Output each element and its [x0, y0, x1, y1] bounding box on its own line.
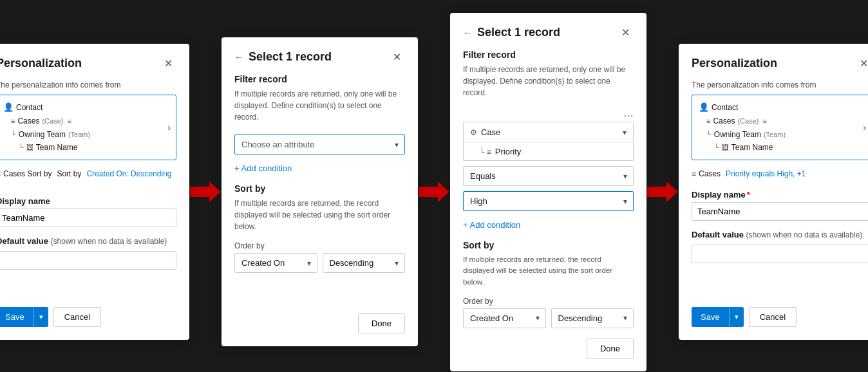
arrow-2 — [418, 181, 450, 202]
sort-by-title-2: Sort by — [463, 240, 634, 250]
case-tree-header[interactable]: ⚙ Case ▾ — [464, 122, 633, 143]
order-field-dropdown-1[interactable]: Created On — [234, 253, 317, 273]
tree-2: 👤 Contact ≡ Cases (Case) ≡ └ Owning Team… — [699, 100, 865, 154]
order-field-wrap-1: Created On ▾ — [234, 253, 317, 273]
default-value-label-2: Default value (shown when no data is ava… — [692, 230, 868, 239]
add-condition-label-1: + Add condition — [234, 163, 292, 173]
order-dir-dropdown-2[interactable]: Descending — [551, 308, 634, 328]
tree-owning-row: └ Owning Team (Team) — [11, 128, 169, 141]
dialog-close-2[interactable]: ✕ — [618, 26, 634, 39]
dialog-header-2: ← Select 1 record ✕ — [463, 26, 634, 39]
filter-desc-2: If multiple records are returned, only o… — [463, 64, 634, 98]
default-value-input-2[interactable] — [692, 245, 868, 263]
order-dir-dropdown-1[interactable]: Descending — [323, 253, 406, 273]
done-btn-wrap-2: Done — [463, 339, 634, 358]
case-node-label: Case — [481, 127, 500, 137]
filter-prefix-2: Cases — [699, 169, 721, 178]
list-icon-1: └ — [11, 129, 16, 141]
field-img-icon-2: 🖼 — [722, 142, 729, 154]
save-dropdown-2[interactable]: ▾ — [729, 307, 744, 327]
info-box-1: 👤 Contact ≡ Cases (Case) ≡ └ Owning Team… — [0, 95, 176, 160]
sort-by-desc-2: If multiple records are returned, the re… — [463, 254, 634, 288]
panel-title-1: Personalization — [0, 57, 82, 70]
info-box-2: 👤 Contact ≡ Cases (Case) ≡ └ Owning Team… — [692, 95, 868, 160]
contact-label: Contact — [16, 101, 42, 114]
dialog-header-1: ← Select 1 record ✕ — [234, 50, 405, 64]
svg-marker-2 — [647, 181, 678, 202]
chevron-right-1: › — [167, 122, 171, 133]
tree2-contact-row: 👤 Contact — [699, 100, 865, 115]
svg-marker-1 — [419, 181, 449, 202]
equals-dropdown[interactable]: Equals — [463, 166, 634, 186]
filter-link-2[interactable]: Priority equals High, +1 — [726, 169, 806, 178]
tree-contact-row: 👤 Contact — [3, 100, 169, 115]
cases-type-2: (Case) — [737, 115, 759, 127]
panel-title-2: Personalization — [692, 57, 777, 70]
add-condition-1[interactable]: + Add condition — [234, 163, 405, 173]
display-name-input-1[interactable] — [0, 209, 176, 227]
tree-cases-row: ≡ Cases (Case) ≡ — [11, 115, 169, 127]
person-icon: 👤 — [3, 100, 14, 115]
cancel-button-2[interactable]: Cancel — [749, 307, 797, 327]
case-tree-body: └ ≡ Priority — [464, 143, 633, 160]
field-img-icon: 🖼 — [26, 142, 33, 154]
owning-team-label: Owning Team — [19, 128, 66, 141]
default-value-hint-2: (shown when no data is available) — [746, 230, 863, 239]
order-field-dropdown-2[interactable]: Created On — [463, 308, 546, 328]
done-btn-wrap-1: Done — [234, 313, 405, 333]
dialog-title-1: Select 1 record — [249, 50, 332, 64]
done-button-2[interactable]: Done — [587, 339, 634, 358]
add-condition-2[interactable]: + Add condition — [463, 220, 634, 230]
close-button-1[interactable]: ✕ — [160, 57, 176, 70]
order-by-row-1: Created On ▾ Descending ▾ — [234, 253, 405, 278]
filter-desc-1: If multiple records are returned, only o… — [234, 88, 405, 123]
owning-team-label-2: Owning Team — [714, 128, 761, 141]
display-name-label-1: Display name — [0, 196, 176, 206]
arrow-1 — [189, 181, 222, 202]
required-star-2: * — [747, 190, 750, 200]
priority-list-icon: └ ≡ — [479, 147, 491, 156]
default-value-input-1[interactable] — [0, 251, 176, 270]
panel-header-2: Personalization ✕ — [692, 57, 868, 70]
case-tree-wrap: ⚙ Case ▾ └ ≡ Priority — [463, 122, 634, 161]
list-icon-2: └ — [706, 129, 712, 141]
save-dropdown-1[interactable]: ▾ — [33, 307, 48, 327]
dialog-panel-1: ← Select 1 record ✕ Filter record If mul… — [222, 37, 418, 346]
display-name-input-2[interactable] — [692, 202, 868, 221]
display-name-label-2: Display name* — [692, 190, 750, 200]
save-button-2[interactable]: Save — [692, 307, 729, 327]
filter-tag-2: ≡ Cases Priority equals High, +1 — [692, 167, 868, 181]
close-button-2[interactable]: ✕ — [856, 57, 868, 70]
tree-teamname-row: └ 🖼 Team Name — [19, 141, 169, 154]
more-options-icon-2[interactable]: … — [623, 107, 634, 118]
dialog-title-2: Select 1 record — [477, 26, 560, 39]
attr-dropdown-1[interactable]: Choose an attribute — [234, 135, 405, 154]
display-name-label-row-2: Display name* — [692, 190, 868, 200]
svg-marker-0 — [190, 181, 221, 202]
save-split-btn-2: Save ▾ — [692, 307, 744, 327]
personalization-panel-2: Personalization ✕ The personalization in… — [679, 44, 868, 340]
done-button-1[interactable]: Done — [358, 313, 405, 333]
btn-row-2: Save ▾ Cancel — [692, 297, 868, 327]
field-icon-1: └ — [19, 142, 24, 154]
high-dropdown[interactable]: High — [463, 191, 634, 211]
back-button-2[interactable]: ← — [463, 28, 472, 38]
filter-separator: Sort by — [57, 169, 81, 178]
team-name-label-2: Team Name — [731, 141, 773, 154]
dialog-panel-2: ← Select 1 record ✕ Filter record If mul… — [450, 13, 646, 371]
cancel-button-1[interactable]: Cancel — [53, 307, 101, 327]
dialog-close-1[interactable]: ✕ — [389, 51, 405, 64]
contact-label-2: Contact — [712, 101, 738, 114]
tree2-cases-row: ≡ Cases (Case) ≡ — [706, 115, 865, 127]
arrow-3 — [646, 181, 679, 202]
save-button-1[interactable]: Save — [0, 307, 33, 327]
filter-link-1[interactable]: Created On: Descending — [86, 169, 171, 178]
order-by-label-1: Order by — [234, 241, 405, 250]
save-split-btn-1: Save ▾ — [0, 307, 48, 327]
red-arrow-1 — [190, 181, 221, 202]
priority-node-label: Priority — [495, 147, 521, 156]
red-arrow-3 — [647, 181, 678, 202]
back-button-1[interactable]: ← — [234, 52, 243, 62]
filter-title-2: Filter record — [463, 50, 634, 60]
field-icon-2: └ — [714, 142, 719, 154]
